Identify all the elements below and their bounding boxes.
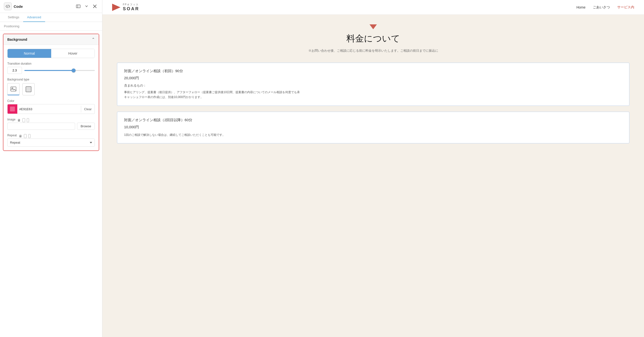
logo-fp-text: FPオフィス [123, 3, 140, 6]
layout-icon-button[interactable] [75, 3, 82, 10]
chevron-up-icon: ⌃ [92, 37, 95, 42]
repeat-monitor-icon: 🖥 [19, 134, 22, 138]
bg-type-options [7, 83, 95, 95]
phone-icon [27, 118, 29, 122]
image-type-icon [7, 83, 20, 95]
tablet-icon [22, 118, 25, 122]
positioning-label: Positioning [0, 22, 102, 31]
decorative-arrow [117, 24, 629, 30]
panel-header: Code [0, 0, 102, 13]
collapse-button[interactable]: ⌃ [92, 37, 95, 42]
repeat-label: Repeat [7, 134, 17, 137]
repeat-device-icons: 🖥 [19, 134, 30, 138]
repeat-select[interactable]: Repeat No-repeat Repeat-x Repeat-y [7, 139, 95, 147]
page-subtitle: ※お問い合わせ後、ご相談に応じる前に料金を明示いたします。ご相談の前日までに振込… [117, 49, 629, 53]
nav-logo: FPオフィス SOAR [112, 3, 140, 12]
nav-link-greeting[interactable]: ごあいさつ [593, 5, 610, 10]
bg-type-label: Background type [7, 78, 95, 81]
repeat-field: Repeat 🖥 Repeat No-repeat Repeat-x R [7, 134, 95, 147]
transition-slider-track[interactable] [24, 70, 95, 71]
panel-header-actions [75, 3, 98, 10]
slider-fill [24, 70, 74, 71]
logo-icon [112, 4, 120, 11]
slider-thumb[interactable] [72, 69, 76, 72]
section-header: Background ⌃ [4, 34, 99, 45]
svg-rect-4 [26, 87, 31, 92]
background-section: Background ⌃ Normal Hover Transition dur… [3, 34, 99, 151]
color-swatch-inner [10, 107, 15, 111]
repeat-phone-icon [28, 134, 30, 138]
pricing-card-1: 対面／オンライン相談（初回）90分 20,000円 含まれるもの： 事前ヒアリン… [117, 63, 629, 106]
hover-button[interactable]: Hover [51, 49, 95, 58]
color-input[interactable] [17, 106, 81, 112]
code-icon [4, 3, 12, 10]
color-type-icon [22, 83, 34, 95]
logo-text-group: FPオフィス SOAR [123, 3, 140, 12]
pricing-card-1-title: 対面／オンライン相談（初回）90分 [124, 69, 622, 73]
nav-link-home[interactable]: Home [576, 5, 586, 9]
image-field: Image 🖥 Browse [7, 118, 95, 130]
svg-marker-6 [370, 24, 377, 29]
logo-main-text: SOAR [123, 6, 140, 12]
color-field: Color Clear [7, 99, 95, 114]
site-nav: FPオフィス SOAR Home ごあいさつ サービス内 [102, 0, 644, 15]
section-title: Background [7, 38, 27, 42]
color-swatch[interactable] [8, 104, 17, 114]
normal-button[interactable]: Normal [8, 49, 51, 58]
repeat-select-row: Repeat No-repeat Repeat-x Repeat-y [7, 139, 95, 147]
pricing-card-1-detail: 事前ヒアリング、提案書（後日提供）、アフターフォロー（提案書ご提供後10日間、提… [124, 90, 622, 100]
transition-label: Transition duration [7, 62, 95, 65]
bg-type-color[interactable] [22, 83, 34, 95]
pricing-card-2: 対面／オンライン相談（2回目以降）60分 10,000円 1回のご相談で解決しな… [117, 112, 629, 143]
image-url-input[interactable] [7, 123, 75, 130]
repeat-label-row: Repeat 🖥 [7, 134, 95, 139]
tabs: Settings Advanced [0, 13, 102, 22]
image-label: Image [7, 118, 15, 121]
normal-hover-toggle: Normal Hover [7, 49, 95, 58]
svg-rect-0 [76, 5, 80, 8]
section-content: Normal Hover Transition duration [4, 45, 99, 150]
pricing-card-2-price: 10,000円 [124, 125, 622, 130]
close-button[interactable] [92, 3, 98, 10]
tab-advanced[interactable]: Advanced [23, 13, 45, 22]
main-content: 料金について ※お問い合わせ後、ご相談に応じる前に料金を明示いたします。ご相談の… [102, 15, 644, 159]
nav-links: Home ごあいさつ サービス内 [576, 5, 634, 10]
clear-button[interactable]: Clear [81, 106, 94, 112]
bg-type-image[interactable] [7, 83, 20, 95]
transition-duration-field: Transition duration [7, 62, 95, 74]
repeat-tablet-icon [24, 134, 26, 138]
pricing-card-2-title: 対面／オンライン相談（2回目以降）60分 [124, 118, 622, 122]
panel-title: Code [14, 5, 73, 9]
svg-rect-2 [11, 87, 16, 91]
color-label: Color [7, 99, 95, 103]
transition-row [7, 67, 95, 74]
color-row: Clear [7, 104, 95, 114]
background-type-field: Background type [7, 78, 95, 95]
transition-value-input[interactable] [7, 67, 22, 74]
pricing-card-2-detail: 1回のご相談で解決しない場合は、継続してご相談いただくことも可能です。 [124, 132, 622, 137]
image-browse-row: Browse [7, 123, 95, 130]
right-content: FPオフィス SOAR Home ごあいさつ サービス内 料金について ※お問い… [102, 0, 644, 337]
device-icons: 🖥 [17, 118, 29, 122]
browse-button[interactable]: Browse [77, 123, 95, 130]
pricing-card-1-includes: 含まれるもの： [124, 83, 622, 88]
image-label-row: Image 🖥 [7, 118, 95, 123]
page-title: 料金について [117, 33, 629, 45]
chevron-down-icon-button[interactable] [83, 3, 90, 10]
svg-marker-5 [112, 4, 120, 11]
pricing-card-1-price: 20,000円 [124, 76, 622, 81]
monitor-icon: 🖥 [17, 118, 21, 122]
tab-settings[interactable]: Settings [4, 13, 23, 22]
nav-link-service[interactable]: サービス内 [617, 5, 634, 10]
